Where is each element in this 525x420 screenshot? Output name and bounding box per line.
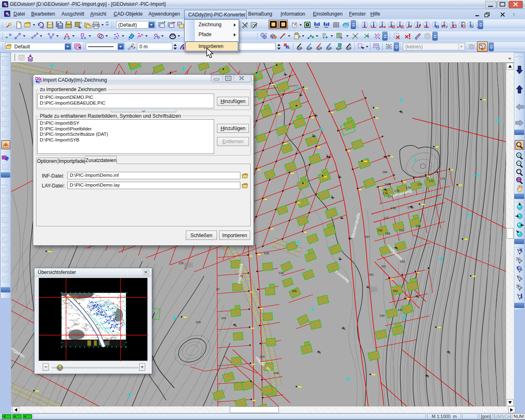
svg-text:184: 184 [382, 170, 388, 174]
svg-text:174: 174 [406, 186, 411, 189]
svg-text:100: 100 [196, 320, 201, 324]
svg-text:170: 170 [407, 205, 413, 209]
svg-text:178: 178 [390, 206, 396, 210]
svg-text:141: 141 [397, 308, 403, 312]
svg-text:101: 101 [221, 316, 226, 320]
svg-text:152: 152 [400, 260, 405, 263]
svg-text:176: 176 [383, 192, 388, 195]
svg-text:171: 171 [440, 177, 445, 180]
svg-text:153: 153 [415, 224, 421, 228]
svg-text:126: 126 [278, 271, 284, 275]
svg-text:175: 175 [394, 189, 399, 193]
svg-text:97: 97 [216, 288, 219, 291]
svg-text:155: 155 [385, 232, 390, 235]
svg-text:125: 125 [178, 261, 184, 265]
svg-text:161: 161 [369, 273, 374, 276]
svg-text:177: 177 [383, 216, 389, 220]
svg-text:108: 108 [274, 371, 279, 375]
svg-text:110: 110 [260, 355, 265, 358]
svg-text:173: 173 [417, 183, 422, 186]
svg-text:150: 150 [393, 289, 398, 293]
svg-text:179: 179 [388, 195, 393, 199]
svg-text:159: 159 [377, 228, 383, 232]
svg-text:172: 172 [429, 179, 434, 183]
svg-text:151: 151 [381, 265, 386, 268]
svg-text:128: 128 [264, 251, 269, 255]
svg-text:190: 190 [384, 183, 390, 186]
svg-text:140: 140 [379, 314, 385, 317]
svg-text:157: 157 [365, 235, 370, 239]
svg-text:154: 154 [399, 228, 404, 232]
svg-text:166: 166 [292, 289, 297, 293]
